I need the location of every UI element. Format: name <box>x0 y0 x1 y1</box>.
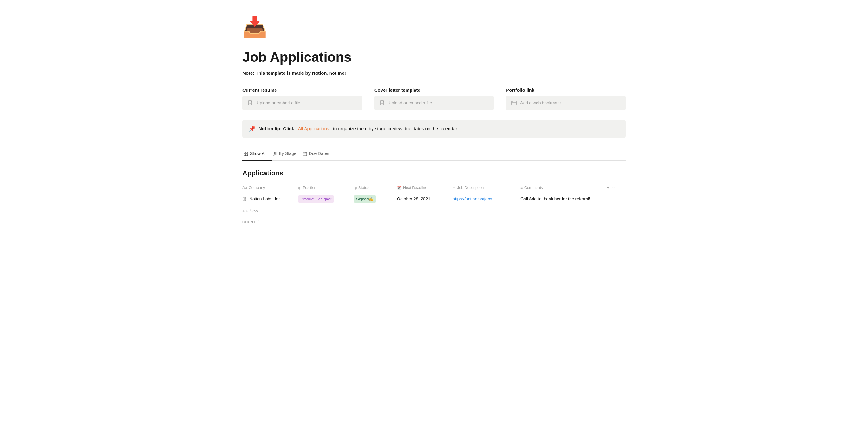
svg-rect-10 <box>303 152 307 156</box>
applications-table: Applications Aa Company ◎ Position ◎ Sta… <box>243 168 625 227</box>
status-col-label: Status <box>358 185 369 191</box>
tip-prefix: Notion tip: Click <box>258 126 294 131</box>
tab-due-dates[interactable]: Due Dates <box>302 148 334 161</box>
new-row-button[interactable]: + + New <box>243 205 625 217</box>
page-title: Job Applications <box>243 47 625 67</box>
jobdesc-cell: https://notion.so/jobs <box>453 196 521 202</box>
tabs-row: Show All By Stage Due Dates <box>243 148 625 161</box>
jobdesc-col-label: Job Description <box>457 185 484 191</box>
table-view-icon <box>244 152 248 156</box>
tab-show-all-label: Show All <box>250 150 267 157</box>
new-row-icon: + <box>243 208 245 214</box>
company-col-icon: Aa <box>243 185 247 190</box>
tab-by-stage-label: By Stage <box>279 150 297 157</box>
portfolio-bookmark[interactable]: Add a web bookmark <box>506 96 625 110</box>
new-row-label: + New <box>246 208 258 214</box>
status-col-icon: ◎ <box>354 185 357 190</box>
tab-by-stage[interactable]: By Stage <box>272 148 302 161</box>
comments-col-icon: ≡ <box>521 185 523 190</box>
cover-letter-field: Cover letter template Upload or embed a … <box>374 87 494 110</box>
deadline-value: October 28, 2021 <box>397 196 430 201</box>
comments-cell: Call Ada to thank her for the referral! <box>521 196 607 202</box>
tip-box: 📌 Notion tip: Click All Applications to … <box>243 120 625 138</box>
deadline-col-label: Next Deadline <box>403 185 428 191</box>
position-col-icon: ◎ <box>298 185 301 190</box>
table-row[interactable]: Notion Labs, Inc. Product Designer Signe… <box>243 193 625 206</box>
current-resume-field: Current resume Upload or embed a file <box>243 87 362 110</box>
svg-rect-7 <box>273 152 274 156</box>
tab-due-dates-label: Due Dates <box>309 150 329 157</box>
bookmark-icon <box>511 100 517 106</box>
count-label: COUNT <box>243 220 255 225</box>
tab-show-all[interactable]: Show All <box>243 148 272 161</box>
portfolio-placeholder: Add a web bookmark <box>520 100 561 106</box>
status-tag: Signed✍ <box>354 195 376 203</box>
position-cell: Product Designer <box>298 195 354 203</box>
file-upload-icon-2 <box>379 100 385 106</box>
svg-rect-3 <box>244 152 246 153</box>
svg-rect-8 <box>274 152 276 154</box>
more-options-icon[interactable]: ··· <box>612 185 615 191</box>
cover-letter-label: Cover letter template <box>374 87 494 94</box>
jobdesc-link[interactable]: https://notion.so/jobs <box>453 196 492 201</box>
page-subtitle: Note: This template is made by Notion, n… <box>243 70 625 77</box>
col-header-deadline: 📅 Next Deadline <box>397 185 453 191</box>
count-value: 1 <box>258 219 260 225</box>
company-cell: Notion Labs, Inc. <box>243 196 298 202</box>
tip-icon: 📌 <box>249 125 255 133</box>
all-applications-link[interactable]: All Applications <box>298 126 329 131</box>
comments-col-label: Comments <box>524 185 543 191</box>
company-name: Notion Labs, Inc. <box>249 196 282 202</box>
col-header-comments: ≡ Comments <box>521 185 607 191</box>
status-cell: Signed✍ <box>354 195 397 203</box>
tip-suffix: to organize them by stage or view due da… <box>333 126 458 131</box>
count-row: COUNT 1 <box>243 217 625 227</box>
col-header-company: Aa Company <box>243 185 298 191</box>
current-resume-upload[interactable]: Upload or embed a file <box>243 96 362 110</box>
page-icon: 📥 <box>243 12 625 42</box>
col-header-position: ◎ Position <box>298 185 354 191</box>
svg-rect-4 <box>246 152 248 153</box>
portfolio-label: Portfolio link <box>506 87 625 94</box>
col-header-status: ◎ Status <box>354 185 397 191</box>
doc-icon <box>243 197 247 201</box>
calendar-view-icon <box>303 152 307 156</box>
board-view-icon <box>273 152 277 156</box>
svg-rect-6 <box>246 154 248 156</box>
comments-value: Call Ada to thank her for the referral! <box>521 196 590 201</box>
table-section-title: Applications <box>243 168 625 178</box>
table-header: Aa Company ◎ Position ◎ Status 📅 <box>243 183 625 193</box>
fields-row: Current resume Upload or embed a file Co… <box>243 87 625 110</box>
deadline-cell: October 28, 2021 <box>397 196 453 202</box>
company-col-label: Company <box>249 185 265 191</box>
deadline-col-icon: 📅 <box>397 185 402 190</box>
cover-letter-placeholder: Upload or embed a file <box>389 100 432 106</box>
svg-rect-9 <box>276 152 277 155</box>
current-resume-placeholder: Upload or embed a file <box>257 100 300 106</box>
svg-rect-2 <box>512 101 517 105</box>
jobdesc-col-icon: ⊞ <box>453 185 456 190</box>
col-header-jobdesc: ⊞ Job Description <box>453 185 521 191</box>
tip-text: Notion tip: Click All Applications to or… <box>258 125 458 132</box>
position-col-label: Position <box>303 185 316 191</box>
add-column-icon[interactable]: + <box>607 185 609 191</box>
svg-rect-5 <box>244 154 246 156</box>
position-tag: Product Designer <box>298 195 334 203</box>
current-resume-label: Current resume <box>243 87 362 94</box>
portfolio-field: Portfolio link Add a web bookmark <box>506 87 625 110</box>
file-upload-icon <box>247 100 254 106</box>
col-header-actions: + ··· <box>607 185 625 191</box>
cover-letter-upload[interactable]: Upload or embed a file <box>374 96 494 110</box>
